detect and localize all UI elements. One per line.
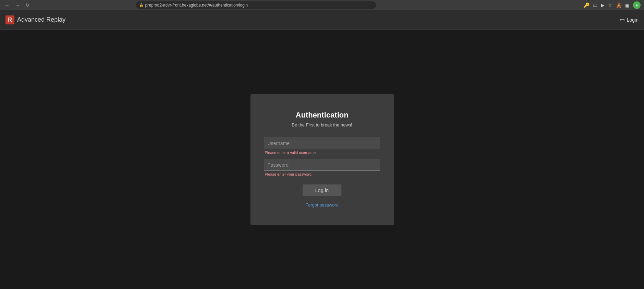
puzzle-icon[interactable]: 🧸 [616,2,622,8]
password-error: Please enter your password. [264,172,380,176]
main-content: Authentication Be the First to break the… [0,30,644,289]
play-icon[interactable]: ▶ [601,2,605,8]
nav-back-button[interactable]: ← [3,2,11,9]
password-form-group: Please enter your password. [264,159,380,176]
nav-forward-button[interactable]: → [14,2,21,9]
browser-chrome: ← → ↻ 🔒 preprod2-advr-front.hexaglobe.ne… [0,0,644,10]
auth-card: Authentication Be the First to break the… [250,94,394,225]
password-input[interactable] [264,159,380,171]
url-bar[interactable]: 🔒 preprod2-advr-front.hexaglobe.net/#/au… [136,1,376,9]
app-title: Advanced Replay [17,16,66,23]
username-input[interactable] [264,137,380,149]
auth-title: Authentication [264,111,380,120]
cast-icon[interactable]: ▭ [593,2,597,8]
header-login-button[interactable]: ▭ Login [620,16,639,23]
window-icon[interactable]: ▣ [625,2,630,8]
user-avatar[interactable]: F [633,1,641,9]
header-login-label: Login [627,17,639,23]
username-form-group: Please enter a valid username. [264,137,380,155]
browser-right-icons: 🔑 ▭ ▶ ☆ 🧸 ▣ F [584,1,641,9]
app-header: R Advanced Replay ▭ Login [0,10,644,30]
app-logo-letter: R [5,15,14,24]
login-button[interactable]: Log in [303,185,342,196]
key-icon[interactable]: 🔑 [584,2,589,8]
url-text: preprod2-advr-front.hexaglobe.net/#/auth… [145,3,248,8]
forgot-password-link[interactable]: Forgot password [264,202,380,208]
auth-subtitle: Be the First to break the news! [264,122,380,127]
login-icon: ▭ [620,16,625,23]
nav-reload-button[interactable]: ↻ [24,2,31,9]
app-logo-area: R Advanced Replay [5,15,66,24]
star-icon[interactable]: ☆ [608,2,612,8]
username-error: Please enter a valid username. [264,151,380,155]
lock-icon: 🔒 [139,3,143,7]
